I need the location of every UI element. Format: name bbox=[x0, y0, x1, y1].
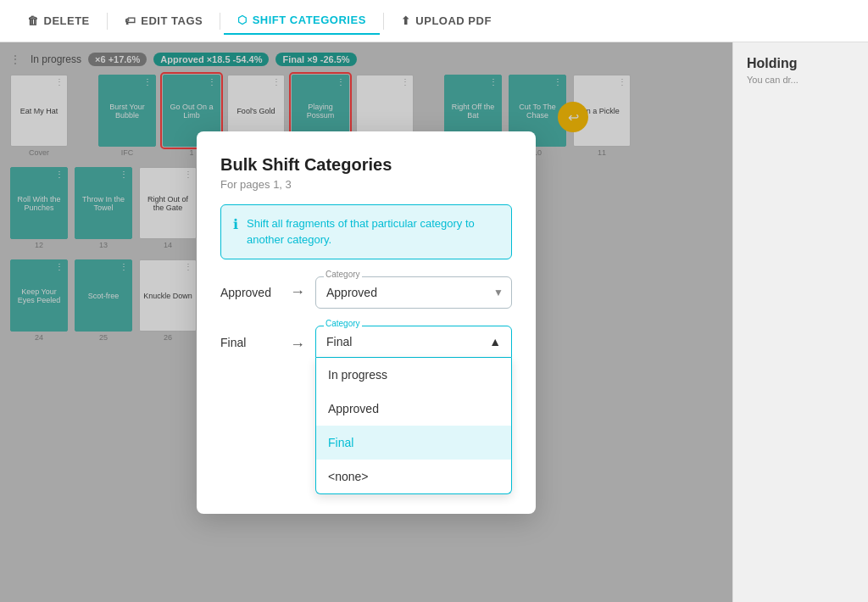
info-icon: ℹ bbox=[233, 216, 238, 232]
modal-overlay: Bulk Shift Categories For pages 1, 3 ℹ S… bbox=[0, 42, 732, 602]
bulk-shift-modal: Bulk Shift Categories For pages 1, 3 ℹ S… bbox=[197, 131, 536, 514]
toolbar-divider-2 bbox=[220, 13, 220, 30]
final-select-display[interactable]: Final ▲ bbox=[315, 326, 512, 358]
upload-icon: ⬆ bbox=[401, 14, 411, 27]
shift-categories-button[interactable]: ⬡ SHIFT CATEGORIES bbox=[224, 7, 380, 35]
modal-subtitle: For pages 1, 3 bbox=[220, 178, 512, 191]
final-dropdown-list: In progress Approved Final <none> bbox=[315, 358, 512, 494]
category-label-approved: Approved bbox=[220, 286, 280, 299]
final-select-label: Category bbox=[324, 319, 362, 328]
upload-pdf-button[interactable]: ⬆ UPLOAD PDF bbox=[387, 8, 505, 34]
toolbar-divider-3 bbox=[383, 13, 384, 30]
approved-select-label: Category bbox=[324, 270, 362, 279]
holding-desc: You can dr... bbox=[747, 75, 854, 85]
info-text: Shift all fragments of that particular c… bbox=[247, 215, 499, 248]
category-row-final: Final → Category Final ▲ In progress App… bbox=[220, 326, 512, 358]
category-row-approved: Approved → Category In progress Approved… bbox=[220, 276, 512, 309]
arrow-approved: → bbox=[290, 283, 305, 301]
arrow-final: → bbox=[290, 336, 305, 354]
shift-icon: ⬡ bbox=[237, 14, 248, 26]
category-label-final: Final bbox=[220, 336, 280, 349]
right-sidebar: Holding You can dr... bbox=[732, 42, 868, 602]
edit-tags-button[interactable]: 🏷 EDIT TAGS bbox=[111, 8, 216, 34]
dropdown-item-final[interactable]: Final bbox=[316, 426, 511, 460]
toolbar-divider bbox=[107, 13, 108, 30]
delete-icon: 🗑 bbox=[27, 14, 39, 27]
canvas-area: ⋮ In progress ×6 +17.6% Approved ×18.5 -… bbox=[0, 42, 732, 602]
final-select-wrapper: Category Final ▲ In progress Approved Fi… bbox=[315, 326, 512, 358]
info-box: ℹ Shift all fragments of that particular… bbox=[220, 204, 512, 259]
dropdown-item-approved[interactable]: Approved bbox=[316, 392, 511, 426]
modal-title: Bulk Shift Categories bbox=[220, 155, 512, 175]
dropdown-item-inprogress[interactable]: In progress bbox=[316, 358, 511, 392]
delete-button[interactable]: 🗑 DELETE bbox=[14, 8, 103, 34]
tag-icon: 🏷 bbox=[125, 14, 136, 27]
approved-category-select[interactable]: In progress Approved Final <none> bbox=[315, 276, 512, 309]
holding-title: Holding bbox=[747, 56, 854, 71]
approved-select-wrapper: Category In progress Approved Final <non… bbox=[315, 276, 512, 309]
final-dropdown-arrow: ▲ bbox=[489, 335, 501, 348]
dropdown-item-none[interactable]: <none> bbox=[316, 460, 511, 493]
main-area: ⋮ In progress ×6 +17.6% Approved ×18.5 -… bbox=[0, 42, 868, 602]
toolbar: 🗑 DELETE 🏷 EDIT TAGS ⬡ SHIFT CATEGORIES … bbox=[0, 0, 868, 42]
